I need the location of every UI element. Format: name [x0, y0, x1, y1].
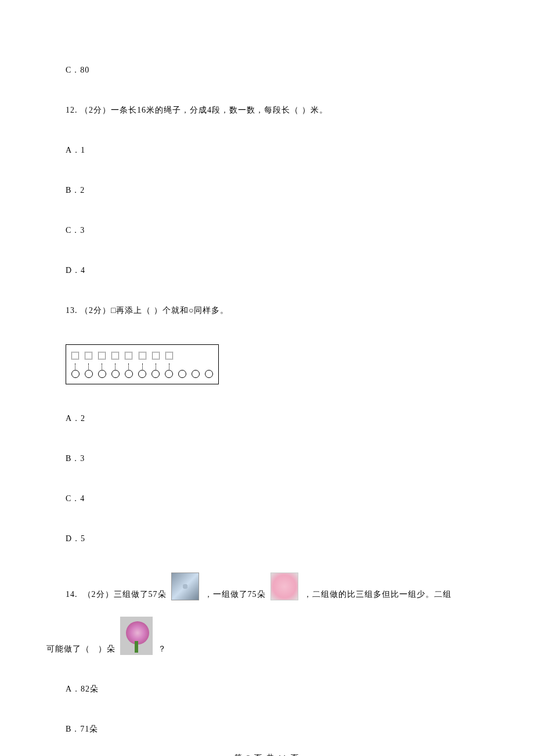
connector-line: [169, 363, 169, 369]
circles-row: [71, 363, 214, 378]
q14-seg4: 可能做了（ ）朵: [46, 643, 118, 655]
circle-icon: [205, 370, 213, 378]
circle-column: [98, 363, 106, 378]
q14-stem-line2: 可能做了（ ）朵 ？: [46, 617, 488, 655]
square-icon: [165, 352, 173, 359]
q12-option-d: D．4: [66, 264, 488, 276]
circle-icon: [125, 370, 133, 378]
circle-icon: [85, 370, 93, 378]
q14-seg2: ，一组做了75朵: [201, 588, 268, 600]
q13-option-b: B．3: [66, 452, 488, 465]
circle-column: [71, 363, 80, 378]
connector-line: [115, 363, 116, 369]
square-icon: [139, 352, 146, 359]
q12-option-a: A．1: [66, 144, 488, 156]
connector-line: [75, 363, 75, 369]
shape-column: [151, 352, 160, 359]
circle-column: [138, 363, 146, 378]
q14-stem-line1: 14. （2分）三组做了57朵 ，一组做了75朵 ，二组做的比三组多但比一组少。…: [66, 573, 488, 600]
q11-option-c: C．80: [66, 64, 488, 76]
q12-stem: 12. （2分）一条长16米的绳子，分成4段，数一数，每段长（ ）米。: [66, 104, 488, 116]
circle-column: [124, 363, 133, 378]
circle-icon: [192, 370, 200, 378]
q14-option-b: B．71朵: [66, 723, 488, 735]
circle-icon: [151, 370, 160, 378]
shape-column: [71, 352, 80, 359]
circle-icon: [178, 370, 186, 378]
page-footer: 第 3 页 共 11 页: [0, 752, 534, 757]
q14-seg1: 14. （2分）三组做了57朵: [66, 588, 169, 600]
q13-stem: 13. （2分）□再添上（ ）个就和○同样多。: [66, 304, 488, 316]
q12-option-c: C．3: [66, 224, 488, 236]
connector-line: [88, 363, 89, 369]
circle-icon: [138, 370, 146, 378]
q13-option-d: D．5: [66, 532, 488, 545]
q13-shapes-box: [66, 344, 219, 384]
shape-column: [124, 352, 133, 359]
circle-icon: [98, 370, 106, 378]
circle-icon: [165, 370, 173, 378]
square-icon: [152, 352, 160, 359]
shape-column: [84, 352, 93, 359]
shape-column: [98, 352, 106, 359]
connector-line: [128, 363, 129, 369]
shape-column: [165, 352, 174, 359]
shape-column: [111, 352, 120, 359]
circle-column: [205, 363, 214, 378]
square-icon: [111, 352, 119, 359]
circle-column: [151, 363, 160, 378]
square-icon: [98, 352, 106, 359]
circle-column: [111, 363, 120, 378]
square-icon: [125, 352, 132, 359]
connector-line: [156, 363, 156, 369]
flower-image-1: [171, 573, 199, 600]
square-icon: [85, 352, 92, 359]
q12-option-b: B．2: [66, 184, 488, 196]
q14-seg5: ？: [155, 643, 167, 655]
shape-column: [192, 352, 200, 359]
circle-column: [192, 363, 200, 378]
connector-line: [102, 363, 102, 369]
flower-image-3: [120, 617, 153, 655]
square-icon: [71, 352, 79, 359]
q13-option-a: A．2: [66, 412, 488, 424]
circle-icon: [71, 370, 80, 378]
shape-column: [138, 352, 146, 359]
squares-row: [71, 352, 214, 359]
circle-icon: [111, 370, 120, 378]
flower-image-2: [270, 573, 298, 600]
circle-column: [178, 363, 187, 378]
circle-column: [165, 363, 174, 378]
q14-seg3: ，二组做的比三组多但比一组少。二组: [301, 588, 452, 600]
shape-column: [178, 352, 187, 359]
shape-column: [205, 352, 214, 359]
q14-option-a: A．82朵: [66, 683, 488, 695]
circle-column: [84, 363, 93, 378]
connector-line: [142, 363, 143, 369]
q13-option-c: C．4: [66, 492, 488, 505]
